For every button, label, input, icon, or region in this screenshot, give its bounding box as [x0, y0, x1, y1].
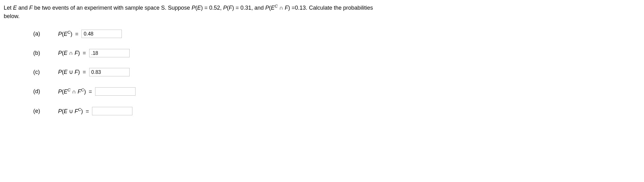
part-d-input[interactable]	[95, 87, 136, 96]
expr-eq: =	[74, 31, 79, 37]
part-a-expression: P(EC) =	[58, 29, 122, 38]
expr-F: F	[75, 69, 78, 75]
var-E: E	[13, 5, 17, 11]
expr-P: P	[58, 89, 62, 95]
prob-EcF-P: P	[265, 5, 269, 11]
prob-EcF-F: F	[285, 5, 288, 11]
intro-text-1: Let	[4, 5, 13, 11]
expr-F: F	[75, 108, 78, 114]
intro-mid: be two events of an experiment with samp…	[33, 5, 191, 11]
prob-F-val: = 0.31, and	[234, 5, 265, 11]
part-d-expression: P(EC ∩ FC) =	[58, 87, 136, 96]
expr-close: )	[71, 31, 72, 37]
part-d-label: (d)	[33, 87, 58, 96]
complement-sup: C	[78, 107, 81, 112]
expr-P: P	[58, 69, 62, 75]
part-b-row: (b) P(E ∩ F) =	[33, 49, 640, 57]
expr-eq: =	[87, 89, 92, 95]
part-e-input[interactable]	[92, 107, 132, 115]
part-c-label: (c)	[33, 68, 58, 76]
expr-E: E	[64, 31, 67, 37]
union-op: ∪	[67, 69, 75, 75]
expr-E: E	[64, 50, 67, 56]
expr-E: E	[64, 89, 67, 95]
expr-F: F	[78, 89, 81, 95]
part-e-expression: P(E ∪ FC) =	[58, 107, 132, 116]
prob-E-val: = 0.52,	[203, 5, 223, 11]
expr-P: P	[58, 108, 62, 114]
complement-sup: C	[67, 88, 71, 92]
part-a-row: (a) P(EC) =	[33, 29, 640, 38]
part-b-input[interactable]	[89, 49, 130, 57]
prob-EcF-E: E	[271, 5, 275, 11]
expr-close: )	[81, 108, 83, 114]
expr-E: E	[64, 108, 67, 114]
intersect-op: ∩	[71, 89, 78, 95]
expr-close: )	[84, 89, 86, 95]
part-b-expression: P(E ∩ F) =	[58, 49, 130, 57]
complement-sup: C	[81, 88, 84, 92]
expr-P: P	[58, 50, 62, 56]
intro-and: and	[17, 5, 29, 11]
prob-EcF-val: =0.13. Calculate the probabilities	[290, 5, 373, 11]
intersect-op: ∩	[67, 50, 75, 56]
prob-E-var: E	[197, 5, 201, 11]
union-op: ∪	[67, 108, 75, 114]
expr-eq: =	[81, 50, 86, 56]
part-e-label: (e)	[33, 107, 58, 115]
part-c-expression: P(E ∪ F) =	[58, 68, 130, 76]
complement-sup: C	[67, 30, 71, 35]
prob-F-var: F	[229, 5, 232, 11]
problem-statement: Let E and F be two events of an experime…	[4, 3, 640, 21]
part-d-row: (d) P(EC ∩ FC) =	[33, 87, 640, 96]
prob-E-P: P	[191, 5, 195, 11]
expr-E: E	[64, 69, 67, 75]
expr-close: )	[78, 69, 80, 75]
below-text: below.	[4, 13, 20, 19]
part-e-row: (e) P(E ∪ FC) =	[33, 107, 640, 116]
part-c-row: (c) P(E ∪ F) =	[33, 68, 640, 76]
var-F: F	[29, 5, 33, 11]
expr-F: F	[75, 50, 78, 56]
complement-sup-1: C	[275, 4, 278, 8]
part-c-input[interactable]	[89, 68, 130, 76]
expr-eq: =	[84, 108, 89, 114]
part-a-input[interactable]	[81, 30, 122, 38]
expr-close: )	[78, 50, 80, 56]
prob-EcF-inter: ∩	[278, 5, 285, 11]
parts-container: (a) P(EC) = (b) P(E ∩ F) = (c) P(E ∪ F) …	[4, 29, 640, 116]
prob-F-P: P	[223, 5, 227, 11]
part-b-label: (b)	[33, 49, 58, 57]
part-a-label: (a)	[33, 30, 58, 38]
expr-P: P	[58, 31, 62, 37]
expr-eq: =	[81, 69, 86, 75]
